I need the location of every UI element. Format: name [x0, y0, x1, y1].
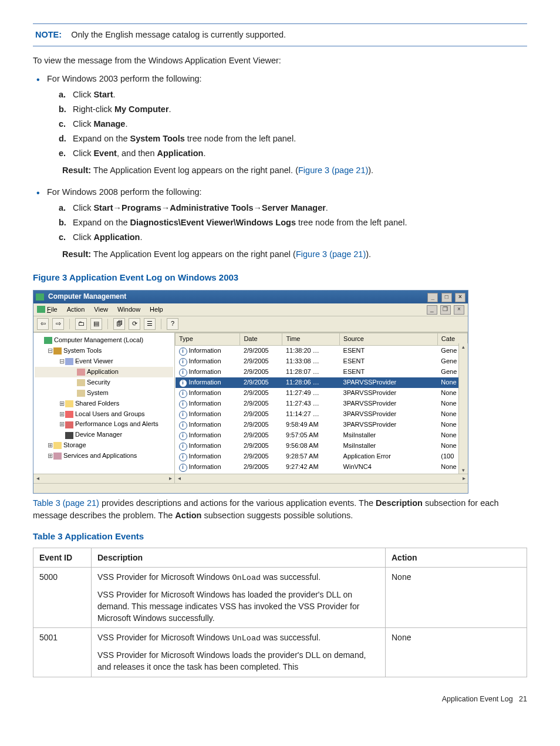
tree-node[interactable]: ⊞Storage — [35, 440, 173, 451]
tree-node[interactable]: Application — [35, 367, 173, 377]
result-2003: Result: The Application Event log appear… — [62, 164, 527, 177]
result-close: ). — [366, 249, 371, 259]
tree-node[interactable]: System — [35, 388, 173, 399]
figure-link[interactable]: Figure 3 (page 21) — [296, 249, 366, 259]
tree-icon — [77, 379, 85, 386]
event-row[interactable]: iInformation2/9/200511:27:49 …3PARVSSPro… — [176, 388, 468, 399]
step-2003: c.Click Manage. — [73, 118, 527, 130]
bullet-2008: For Windows 2008 perform the following: … — [47, 186, 527, 261]
col-date[interactable]: Date — [240, 333, 282, 345]
bullet-2008-lead: For Windows 2008 perform the following: — [47, 187, 202, 197]
tree-node[interactable]: ⊟Event Viewer — [35, 356, 173, 367]
event-row[interactable]: iInformation2/9/200511:14:27 …3PARVSSPro… — [176, 409, 468, 420]
tree-icon — [65, 358, 73, 365]
tree-node[interactable]: ⊞Local Users and Groups — [35, 409, 173, 420]
event-row[interactable]: iInformation2/9/20059:58:49 AM3PARVSSPro… — [176, 420, 468, 430]
info-icon: i — [179, 411, 187, 419]
menu-help[interactable]: Help — [150, 305, 163, 315]
maximize-button[interactable]: □ — [441, 293, 452, 302]
list-vscrollbar[interactable]: ▴▾ — [458, 343, 468, 474]
toolbar: ⇦ ⇨ 🗀 ▤ 🗐 ⟳ ☰ ? — [33, 316, 468, 332]
tree-icon — [53, 347, 62, 355]
col-event-id: Event ID — [33, 548, 92, 567]
event-row[interactable]: iInformation2/9/200511:27:43 …3PARVSSPro… — [176, 399, 468, 409]
props-button[interactable]: ▤ — [90, 318, 102, 330]
tree-icon — [44, 337, 52, 344]
note-label: NOTE: — [35, 30, 62, 39]
event-row[interactable]: iInformation2/9/20059:28:57 AMApplicatio… — [176, 451, 468, 462]
tree-node[interactable]: Security — [35, 377, 173, 388]
footer-text: Application Event Log — [442, 695, 513, 703]
window-title: Computer Management — [46, 292, 426, 302]
event-row[interactable]: iInformation2/9/200511:33:08 …ESENTGene — [176, 356, 468, 367]
result-label: Result: — [62, 166, 91, 175]
list-button[interactable]: ☰ — [144, 318, 156, 330]
tree-node[interactable]: ⊞Shared Folders — [35, 399, 173, 409]
tree-icon — [65, 400, 73, 407]
tree-icon — [53, 442, 62, 449]
tree-node[interactable]: ⊞Services and Applications — [35, 451, 173, 461]
event-row[interactable]: iInformation2/9/200511:28:07 …ESENTGene — [176, 367, 468, 377]
titlebar[interactable]: Computer Management _ □ × — [33, 291, 468, 303]
result-close: ). — [368, 166, 373, 175]
col-type[interactable]: Type — [176, 333, 240, 345]
close-button[interactable]: × — [455, 293, 465, 302]
tree-panel: Computer Management (Local)⊟System Tools… — [33, 333, 175, 483]
tree-node[interactable]: ⊟System Tools — [35, 346, 173, 356]
bullet-2003-lead: For Windows 2003 perform the following: — [47, 74, 202, 83]
tree-icon — [77, 390, 85, 397]
tree-icon — [65, 432, 73, 439]
tree-node[interactable]: Computer Management (Local) — [35, 335, 173, 346]
tree-scrollbar[interactable]: ◂▸ — [33, 474, 174, 483]
up-button[interactable]: 🗀 — [75, 318, 87, 330]
info-icon: i — [179, 369, 187, 377]
col-source[interactable]: Source — [340, 333, 438, 345]
result-text: The Application Event log appears on the… — [93, 166, 298, 175]
step-2008-a: a. Click Start→Programs→Administrative T… — [73, 202, 527, 214]
step-2003: e.Click Event, and then Application. — [73, 147, 527, 160]
events-row: 5000VSS Provider for Microsoft Windows O… — [33, 567, 527, 627]
back-button[interactable]: ⇦ — [37, 318, 49, 330]
col-description: Description — [92, 548, 386, 567]
info-icon: i — [179, 464, 187, 472]
info-icon: i — [179, 432, 187, 440]
list-hscrollbar[interactable]: ◂▸ — [175, 474, 468, 483]
minimize-button[interactable]: _ — [427, 293, 438, 302]
child-close-button[interactable]: × — [454, 305, 464, 315]
figure-link[interactable]: Figure 3 (page 21) — [298, 166, 368, 175]
col-time[interactable]: Time — [282, 333, 340, 345]
statusbar — [33, 483, 468, 493]
window-buttons: _ □ × — [426, 292, 465, 302]
events-row: 5001VSS Provider for Microsoft Windows U… — [33, 628, 527, 677]
step-2003: d.Expand on the System Tools tree node f… — [73, 133, 527, 145]
event-row[interactable]: iInformation2/9/20059:57:05 AMMsiInstall… — [176, 430, 468, 441]
export-button[interactable]: ⟳ — [129, 318, 140, 330]
page-number: 21 — [519, 695, 527, 703]
info-icon: i — [179, 400, 187, 409]
page-footer: Application Event Log 21 — [33, 694, 527, 704]
event-row[interactable]: iInformation2/9/20059:56:08 AMMsiInstall… — [176, 441, 468, 451]
table-link[interactable]: Table 3 (page 21) — [33, 498, 99, 508]
tree-icon — [65, 421, 73, 428]
child-minimize-button[interactable]: _ — [427, 305, 437, 315]
computer-management-window: Computer Management _ □ × File Action Vi… — [33, 290, 468, 494]
menu-action[interactable]: Action — [67, 305, 85, 315]
menubar: File Action View Window Help _ ❐ × — [33, 303, 468, 316]
child-restore-button[interactable]: ❐ — [440, 305, 451, 315]
menu-view[interactable]: View — [94, 305, 108, 315]
menu-file[interactable]: File — [47, 305, 58, 315]
step-2008-b: b. Expand on the Diagnostics\Event Viewe… — [73, 217, 527, 229]
tree-node[interactable]: Device Manager — [35, 430, 173, 440]
refresh-button[interactable]: 🗐 — [113, 318, 125, 330]
info-icon: i — [179, 358, 187, 366]
help-button[interactable]: ? — [167, 318, 178, 330]
event-row[interactable]: iInformation2/9/200511:28:06 …3PARVSSPro… — [176, 377, 468, 388]
tree-node[interactable]: ⊞Performance Logs and Alerts — [35, 419, 173, 430]
forward-button[interactable]: ⇨ — [52, 318, 64, 330]
table-caption: Table 3 Application Events — [33, 530, 527, 543]
menu-window[interactable]: Window — [117, 305, 140, 315]
figure-caption: Figure 3 Application Event Log on Window… — [33, 271, 527, 284]
event-row[interactable]: iInformation2/9/20059:27:42 AMWinVNC4Non… — [176, 462, 468, 472]
after-figure-paragraph: Table 3 (page 21) provides descriptions … — [33, 497, 527, 522]
event-row[interactable]: iInformation2/9/200511:38:20 …ESENTGene — [176, 345, 468, 356]
